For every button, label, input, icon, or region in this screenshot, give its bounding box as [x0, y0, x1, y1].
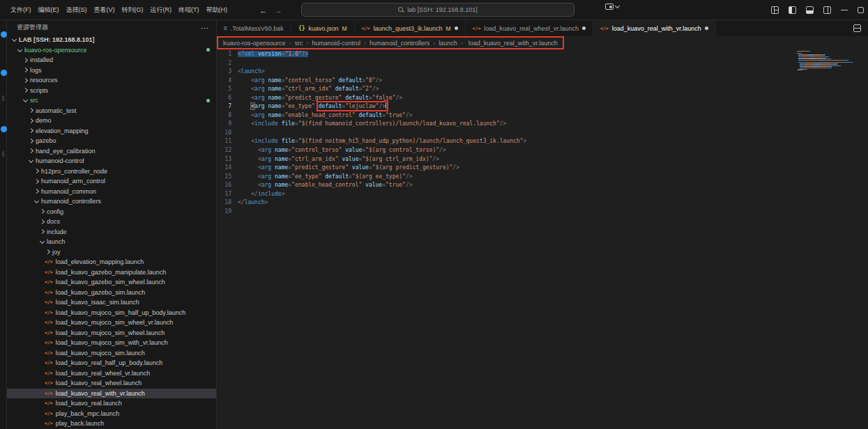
- tree-file-load-kuavo-mujoco-sim-with-vr-launch[interactable]: </>load_kuavo_mujoco_sim_with_vr.launch: [7, 338, 216, 348]
- tree-item-kuavo-ros-opensource[interactable]: kuavo-ros-opensource: [7, 45, 216, 56]
- tree-item-demo[interactable]: demo: [7, 116, 216, 126]
- code-line-11[interactable]: 11 <include file="$(find noitom_hi5_hand…: [217, 137, 868, 146]
- code-line-6[interactable]: 6 <arg name="predict_gesture" default="f…: [217, 94, 868, 103]
- tree-item-humanoid-common[interactable]: humanoid_common: [7, 187, 216, 197]
- tree-item-humanoid-arm-control[interactable]: humanoid_arm_control: [7, 176, 216, 187]
- code-line-18[interactable]: 18</launch>: [217, 198, 868, 208]
- tree-file-load-kuavo-gazebo-sim-launch[interactable]: </>load_kuavo_gazebo_sim.launch: [7, 288, 216, 298]
- code-line-14[interactable]: 14 <arg name="predict_gesture" value="$(…: [217, 164, 868, 173]
- tab-kuavo-json[interactable]: {}kuavo.jsonM: [291, 20, 355, 36]
- tree-item-resources[interactable]: resources: [7, 75, 216, 86]
- toggle-primary-sidebar-icon[interactable]: [789, 6, 796, 14]
- tree-file-load-kuavo-gazebo-manipulate-launch[interactable]: </>load_kuavo_gazebo_manipulate.launch: [7, 267, 216, 278]
- dirty-dot-icon[interactable]: [705, 26, 708, 30]
- menu-item-terminal[interactable]: 终端(T): [175, 3, 203, 17]
- dirty-dot-icon[interactable]: [455, 26, 458, 30]
- tree-file-load-kuavo-mujoco-sim-launch[interactable]: </>load_kuavo_mujoco_sim.launch: [7, 348, 216, 359]
- breadcrumb-file[interactable]: load_kuavo_real_with_vr.launch: [466, 40, 558, 47]
- menu-item-view[interactable]: 查看(V): [91, 3, 119, 17]
- toggle-secondary-sidebar-icon[interactable]: [823, 6, 831, 14]
- tree-item-include[interactable]: include: [7, 227, 216, 237]
- code-line-9[interactable]: 9 <include file="$(find humanoid_control…: [217, 120, 868, 129]
- code-line-13[interactable]: 13 <arg name="ctrl_arm_idx" value="$(arg…: [217, 155, 868, 164]
- tree-item-humanoid-control[interactable]: humanoid-control: [7, 156, 216, 166]
- code-line-5[interactable]: 5 <arg name="ctrl_arm_idx" default="2"/>: [217, 85, 868, 94]
- restore-button[interactable]: [858, 7, 864, 13]
- tree-file-load-kuavo-real-with-vr-launch[interactable]: </>load_kuavo_real_with_vr.launch: [7, 389, 216, 399]
- tree-file-play-back-mpc-launch[interactable]: </>play_back_mpc.launch: [7, 409, 216, 419]
- more-actions-icon[interactable]: ⋯: [201, 26, 209, 30]
- toggle-panel-icon[interactable]: [806, 6, 814, 14]
- tab-load-kuavo-real-wheel-vr-launch[interactable]: </>load_kuavo_real_wheel_vr.launch: [466, 20, 593, 36]
- code-area[interactable]: 1<?xml version="1.0"?>23<launch>4 <arg n…: [217, 49, 868, 429]
- code-line-8[interactable]: 8 <arg name="enable_head_control" defaul…: [217, 111, 868, 120]
- tree-item-logs[interactable]: logs: [7, 65, 216, 76]
- code-line-7[interactable]: 7 <arg name="ee_type" default="lejuclaw"…: [217, 102, 868, 111]
- tree-file-load-kuavo-mujoco-sim-wheel-vr-launch[interactable]: </>load_kuavo_mujoco_sim_wheel_vr.launch: [7, 318, 216, 328]
- code-line-4[interactable]: 4 <arg name="control_torso" default="0"/…: [217, 77, 868, 86]
- tree-item-installed[interactable]: installed: [7, 55, 216, 65]
- tree-file-load-kuavo-real-half-up-body-launch[interactable]: </>load_kuavo_real_half_up_body.launch: [7, 358, 216, 368]
- tree-item-scripts[interactable]: scripts: [7, 86, 216, 96]
- menu-item-edit[interactable]: 编辑(E): [35, 3, 63, 17]
- breadcrumb-item[interactable]: humanoid-control: [312, 40, 361, 47]
- bak-file-icon: ≡: [224, 25, 227, 31]
- code-line-17[interactable]: 17 </include>: [217, 190, 868, 199]
- code-line-1[interactable]: 1<?xml version="1.0"?>: [217, 50, 868, 59]
- tab--totalmassv60-bak[interactable]: ≡.TotalMassV60.bak: [217, 20, 291, 36]
- tree-item-config[interactable]: config: [7, 207, 216, 217]
- tree-file-load-kuavo-isaac-sim-launch[interactable]: </>load_kuavo_isaac_sim.launch: [7, 297, 216, 308]
- code-line-16[interactable]: 16 <arg name="enable_head_control" value…: [217, 181, 868, 190]
- tree-file-load-kuavo-real-wheel-vr-launch[interactable]: </>load_kuavo_real_wheel_vr.launch: [7, 368, 216, 379]
- tree-item-joy[interactable]: joy: [7, 247, 216, 258]
- tree-item-docs[interactable]: docs: [7, 217, 216, 227]
- tree-item-lab-ssh-192-168-8-101-[interactable]: LAB [SSH: 192.168.8.101]: [7, 35, 216, 45]
- code-line-19[interactable]: 19: [217, 208, 868, 217]
- code-line-2[interactable]: 2: [217, 59, 868, 68]
- command-center-search[interactable]: lab [SSH: 192.168.8.101]: [301, 3, 574, 17]
- tree-item-hand-eye-calibration[interactable]: hand_eye_calibration: [7, 146, 216, 157]
- tree-file-play-back-launch[interactable]: </>play_back.launch: [7, 419, 216, 429]
- remote-window-indicator[interactable]: [605, 3, 619, 10]
- breadcrumb-item[interactable]: launch: [439, 40, 457, 47]
- minimize-button[interactable]: [841, 10, 848, 10]
- tree-file-load-elevation-mapping-launch[interactable]: </>load_elevation_mapping.launch: [7, 257, 216, 267]
- chevron-collapsed-icon: [33, 178, 39, 184]
- code-line-15[interactable]: 15 <arg name="ee_type" default="$(arg ee…: [217, 173, 868, 182]
- customize-layout-icon[interactable]: [771, 6, 779, 14]
- split-editor-icon[interactable]: [853, 24, 861, 32]
- tree-item-automatic-test[interactable]: automatic_test: [7, 106, 216, 116]
- tab-load-kuavo-real-with-vr-launch[interactable]: </>load_kuavo_real_with_vr.launch: [593, 20, 716, 36]
- tree-file-load-kuavo-gazebo-sim-wheel-launch[interactable]: </>load_kuavo_gazebo_sim_wheel.launch: [7, 277, 216, 288]
- breadcrumb-item[interactable]: humanoid_controllers: [370, 40, 429, 47]
- tree-file-load-kuavo-real-launch[interactable]: </>load_kuavo_real.launch: [7, 398, 216, 409]
- tree-item-src[interactable]: src: [7, 95, 216, 106]
- breadcrumb-item[interactable]: src: [295, 40, 303, 47]
- minimap[interactable]: [797, 51, 858, 72]
- tree-item-gazebo[interactable]: gazebo: [7, 136, 216, 146]
- code-line-3[interactable]: 3<launch>: [217, 68, 868, 77]
- breadcrumb: kuavo-ros-opensource›src›humanoid-contro…: [217, 36, 868, 49]
- dirty-dot-icon[interactable]: [582, 26, 586, 30]
- tree-file-load-kuavo-mujoco-sim-wheel-launch[interactable]: </>load_kuavo_mujoco_sim_wheel.launch: [7, 328, 216, 338]
- menu-item-run[interactable]: 运行(R): [147, 3, 176, 17]
- breadcrumb-item[interactable]: kuavo-ros-opensource: [223, 40, 286, 47]
- menu-item-goto[interactable]: 转到(G): [119, 3, 147, 17]
- tree-file-load-kuavo-mujoco-sim-half-up-body-launch[interactable]: </>load_kuavo_mujoco_sim_half_up_body.la…: [7, 308, 216, 318]
- line-text: </include>: [238, 190, 284, 199]
- code-line-12[interactable]: 12 <arg name="control_torso" value="$(ar…: [217, 146, 868, 155]
- tree-item-launch[interactable]: launch: [7, 237, 216, 247]
- code-line-10[interactable]: 10: [217, 129, 868, 138]
- tree-item-label: humanoid_controllers: [41, 198, 101, 205]
- menu-item-selection[interactable]: 选择(S): [63, 3, 91, 17]
- menu-item-help[interactable]: 帮助(H): [203, 3, 231, 17]
- tree-item-label: load_kuavo_real_half_up_body.launch: [56, 359, 162, 366]
- back-arrow-icon[interactable]: ←: [259, 6, 268, 15]
- tree-item-elevation-mapping[interactable]: elevation_mapping: [7, 126, 216, 136]
- tab-launch-quest3-ik-launch[interactable]: </>launch_quest3_ik.launchM: [355, 20, 466, 36]
- menu-item-file[interactable]: 文件(F): [7, 3, 35, 17]
- tree-file-load-kuavo-real-wheel-launch[interactable]: </>load_kuavo_real_wheel.launch: [7, 378, 216, 389]
- tree-item-h12pro-controller-node[interactable]: h12pro_controller_node: [7, 166, 216, 177]
- forward-arrow-icon[interactable]: →: [274, 6, 282, 15]
- tree-item-humanoid-controllers[interactable]: humanoid_controllers: [7, 196, 216, 207]
